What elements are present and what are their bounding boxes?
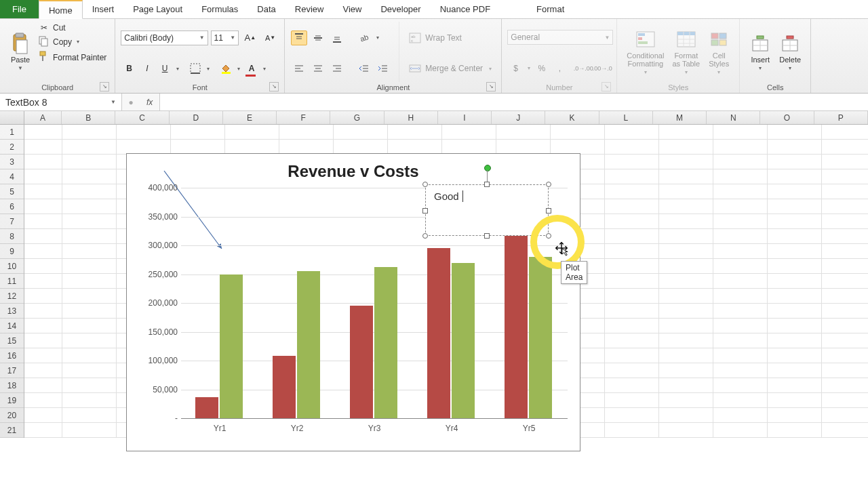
worksheet-grid[interactable]: A B C D E F G H I J K L M N O P 12345678… [0,111,868,488]
tab-developer[interactable]: Developer [371,0,430,18]
tab-view[interactable]: View [333,0,371,18]
tab-file[interactable]: File [0,0,39,18]
name-box[interactable]: TextBox 8 ▼ [0,94,122,110]
wrap-text-button[interactable]: abc Wrap Text [409,33,494,43]
align-bottom-button[interactable] [329,30,345,45]
col-header[interactable]: M [653,111,707,124]
increase-decimal-button[interactable]: .0→.00 [575,61,591,76]
row-header[interactable]: 9 [0,244,24,259]
rotate-handle[interactable] [484,165,491,171]
bar-costs[interactable] [374,267,397,418]
col-header[interactable]: I [438,111,492,124]
increase-indent-button[interactable] [375,61,391,76]
resize-handle[interactable] [422,182,428,187]
textbox-text[interactable]: Good [434,190,463,202]
decrease-indent-button[interactable] [356,61,372,76]
resize-handle[interactable] [422,208,428,214]
resize-handle[interactable] [546,208,551,214]
row-header[interactable]: 12 [0,289,24,304]
cell-styles-button[interactable]: Cell Styles▾ [704,22,734,82]
col-header[interactable]: B [62,111,115,124]
row-header[interactable]: 19 [0,393,24,408]
row-header[interactable]: 1 [0,125,24,140]
resize-handle[interactable] [546,182,551,187]
bar-revenue[interactable] [505,228,528,419]
font-family-combo[interactable]: Calibri (Body)▼ [121,30,208,45]
tab-page-layout[interactable]: Page Layout [123,0,192,18]
tab-review[interactable]: Review [285,0,334,18]
increase-font-button[interactable]: A▲ [242,30,258,45]
italic-button[interactable]: I [140,61,155,76]
col-header[interactable]: G [330,111,384,124]
percent-button[interactable]: % [534,61,549,76]
align-left-button[interactable] [291,61,307,76]
conditional-formatting-button[interactable]: Conditional Formatting▾ [623,22,668,82]
align-right-button[interactable] [329,61,345,76]
comma-button[interactable]: , [552,61,568,76]
tab-nuance-pdf[interactable]: Nuance PDF [431,0,500,18]
copy-button[interactable]: Copy ▾ [38,35,106,48]
formula-input[interactable] [159,94,868,110]
decrease-decimal-button[interactable]: .00→.0 [594,61,610,76]
row-header[interactable]: 8 [0,229,24,244]
col-header[interactable]: N [707,111,760,124]
row-header[interactable]: 16 [0,348,24,363]
number-format-combo[interactable]: General▼ [507,30,613,45]
row-header[interactable]: 18 [0,378,24,393]
fill-color-button[interactable] [218,61,233,76]
format-as-table-button[interactable]: Format as Table▾ [668,22,704,82]
row-header[interactable]: 2 [0,140,24,155]
insert-cells-button[interactable]: Insert▾ [745,22,775,82]
orientation-button[interactable]: ab [356,30,372,45]
row-header[interactable]: 13 [0,304,24,319]
tab-formulas[interactable]: Formulas [192,0,248,18]
tab-data[interactable]: Data [248,0,285,18]
merge-center-button[interactable]: Merge & Center ▾ [409,63,494,74]
bar-costs[interactable] [452,263,475,419]
dialog-launcher-icon[interactable]: ↘ [601,82,611,92]
col-header[interactable]: H [384,111,438,124]
resize-handle[interactable] [422,233,428,239]
border-button[interactable] [188,61,203,76]
col-header[interactable]: J [492,111,545,124]
row-header[interactable]: 3 [0,155,24,169]
decrease-font-button[interactable]: A▼ [262,30,279,45]
col-header[interactable]: K [545,111,599,124]
bar-revenue[interactable] [195,397,218,418]
tab-insert[interactable]: Insert [83,0,124,18]
align-top-button[interactable] [291,30,307,45]
col-header[interactable]: A [24,111,62,124]
col-header[interactable]: E [223,111,277,124]
underline-button[interactable]: U [157,61,172,76]
format-painter-button[interactable]: Format Painter [38,51,106,64]
font-size-combo[interactable]: 11▼ [211,30,239,45]
col-header[interactable]: F [277,111,330,124]
col-header[interactable]: P [814,111,868,124]
row-header[interactable]: 17 [0,363,24,378]
col-header[interactable]: O [760,111,814,124]
bold-button[interactable]: B [121,61,136,76]
row-header[interactable]: 11 [0,274,24,289]
align-center-button[interactable] [310,61,326,76]
row-header[interactable]: 7 [0,214,24,229]
select-all-corner[interactable] [0,111,24,124]
dialog-launcher-icon[interactable]: ↘ [269,82,279,92]
delete-cells-button[interactable]: Delete▾ [775,22,805,82]
row-header[interactable]: 21 [0,423,24,438]
bar-costs[interactable] [220,274,243,419]
col-header[interactable]: L [599,111,653,124]
bar-revenue[interactable] [427,248,450,418]
fx-label[interactable]: fx [140,98,159,107]
row-header[interactable]: 14 [0,319,24,333]
resize-handle[interactable] [484,182,490,187]
row-header[interactable]: 15 [0,333,24,348]
paste-button[interactable]: Paste ▼ [5,22,35,82]
bar-costs[interactable] [529,257,552,418]
chart-object[interactable]: Revenue v Costs -50,000100,000150,000200… [126,153,580,451]
dialog-launcher-icon[interactable]: ↘ [486,82,496,92]
row-header[interactable]: 4 [0,169,24,184]
row-header[interactable]: 6 [0,199,24,214]
cut-button[interactable]: ✂ Cut [38,23,106,33]
dialog-launcher-icon[interactable]: ↘ [100,82,109,92]
tab-format-contextual[interactable]: Format [527,0,574,18]
